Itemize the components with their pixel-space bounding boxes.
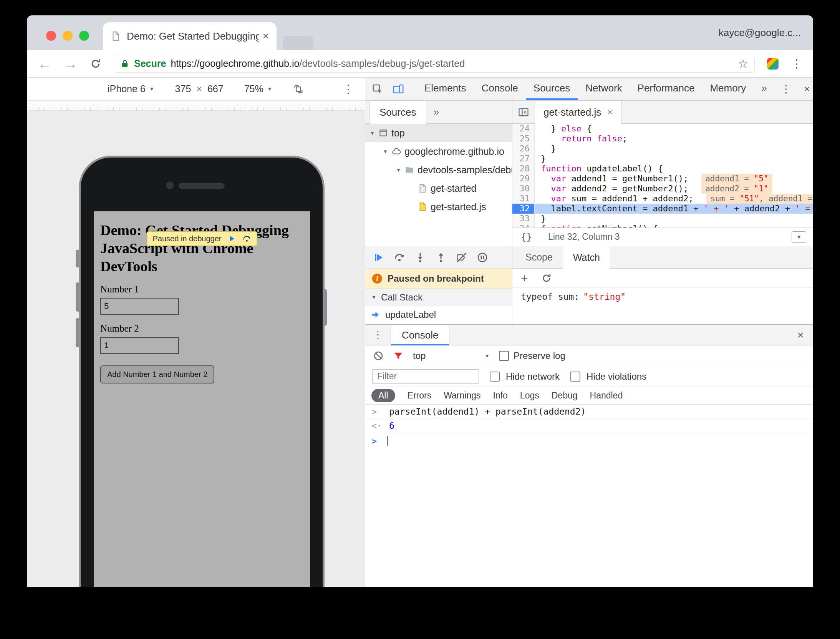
hide-navigator-icon[interactable] xyxy=(518,106,529,118)
minimize-window-button[interactable] xyxy=(63,31,73,41)
paused-on-breakpoint-banner: i Paused on breakpoint xyxy=(365,269,512,289)
line-number[interactable]: 32 xyxy=(512,204,535,214)
source-editor: get-started.js × 24 } else {25 return fa… xyxy=(512,101,813,246)
source-tree-item[interactable]: ▼googlechrome.github.io xyxy=(365,142,512,161)
line-number[interactable]: 28 xyxy=(512,164,535,174)
refresh-watch-icon[interactable] xyxy=(541,273,552,284)
watch-expression-row[interactable]: typeof sum: "string" xyxy=(512,288,813,305)
tab-close-icon[interactable]: × xyxy=(263,30,269,42)
address-bar[interactable]: Secure https://googlechrome.github.io/de… xyxy=(114,55,755,73)
console-entry-prompt[interactable]: > xyxy=(365,433,813,449)
clear-console-icon[interactable] xyxy=(373,350,384,361)
console-level-errors[interactable]: Errors xyxy=(408,390,432,401)
console-drawer: ⋮ Console × top ▼ xyxy=(365,324,813,587)
url-text[interactable]: https://googlechrome.github.io/devtools-… xyxy=(171,58,733,69)
pretty-print-icon[interactable]: {} xyxy=(521,232,532,242)
console-level-filters: AllErrorsWarningsInfoLogsDebugHandled xyxy=(365,387,813,405)
devtools-menu-icon[interactable]: ⋮ xyxy=(775,83,798,95)
reload-icon[interactable] xyxy=(90,58,101,70)
call-stack-frame[interactable]: updateLabel xyxy=(365,306,512,323)
device-select[interactable]: iPhone 6 xyxy=(108,83,146,95)
devtools-tab-network[interactable]: Network xyxy=(578,78,630,100)
rotate-viewport-icon[interactable] xyxy=(293,84,304,95)
phone-camera xyxy=(166,181,174,189)
hide-network-label: Hide network xyxy=(506,371,560,382)
extension-icon[interactable] xyxy=(767,58,779,70)
console-filter-funnel-icon[interactable] xyxy=(393,350,404,361)
hide-network-checkbox[interactable] xyxy=(490,372,500,382)
browser-tab[interactable]: Demo: Get Started Debugging × xyxy=(103,22,277,50)
console-level-handled[interactable]: Handled xyxy=(590,390,623,401)
add-watch-expression-icon[interactable]: + xyxy=(521,272,528,284)
file-tab-close-icon[interactable]: × xyxy=(607,107,613,118)
devtools-more-tabs-icon[interactable]: » xyxy=(754,78,774,100)
devtools-tab-memory[interactable]: Memory xyxy=(702,78,754,100)
line-number[interactable]: 34 xyxy=(512,224,535,227)
sources-navigator: Sources » ▼top▼googlechrome.github.io▼de… xyxy=(365,101,512,246)
step-over-icon[interactable] xyxy=(242,234,252,243)
devtools-tab-sources[interactable]: Sources xyxy=(526,78,578,100)
console-level-debug[interactable]: Debug xyxy=(552,390,578,401)
source-tree-item[interactable]: get-started xyxy=(365,179,512,198)
devtools-tab-performance[interactable]: Performance xyxy=(630,78,702,100)
preserve-log-label: Preserve log xyxy=(514,350,565,361)
tab-scope[interactable]: Scope xyxy=(515,246,563,268)
breakpoints-dock-icon[interactable]: ▾ xyxy=(792,231,806,243)
editor-file-tab[interactable]: get-started.js × xyxy=(535,101,621,124)
console-level-info[interactable]: Info xyxy=(493,390,507,401)
step-out-icon[interactable] xyxy=(435,252,447,263)
deactivate-breakpoints-icon[interactable] xyxy=(456,252,467,263)
profile-name: kayce@google.c... xyxy=(719,15,801,50)
hide-violations-checkbox[interactable] xyxy=(570,372,580,382)
viewport-height[interactable]: 667 xyxy=(207,83,224,95)
drawer-menu-icon[interactable]: ⋮ xyxy=(365,329,391,341)
tab-console[interactable]: Console xyxy=(391,325,449,345)
line-number[interactable]: 25 xyxy=(512,134,535,144)
line-number[interactable]: 30 xyxy=(512,184,535,194)
line-number[interactable]: 24 xyxy=(512,124,535,134)
line-number[interactable]: 31 xyxy=(512,194,535,204)
back-icon[interactable]: ← xyxy=(38,57,51,71)
console-level-logs[interactable]: Logs xyxy=(520,390,539,401)
tab-watch[interactable]: Watch xyxy=(563,246,610,269)
pause-on-exceptions-icon[interactable] xyxy=(477,252,488,263)
line-number[interactable]: 27 xyxy=(512,154,535,164)
execution-context-select[interactable]: top ▼ xyxy=(413,350,490,361)
browser-menu-icon[interactable]: ⋮ xyxy=(791,57,802,70)
devtools-close-icon[interactable]: × xyxy=(798,83,813,95)
inspect-element-icon[interactable] xyxy=(371,83,384,95)
drawer-close-icon[interactable]: × xyxy=(797,329,813,342)
preserve-log-checkbox[interactable] xyxy=(499,351,509,361)
code-editor[interactable]: 24 } else {25 return false;26 }27}28func… xyxy=(512,124,813,227)
console-level-all[interactable]: All xyxy=(371,389,395,402)
close-window-button[interactable] xyxy=(46,31,56,41)
line-number[interactable]: 29 xyxy=(512,174,535,184)
viewport-width[interactable]: 375 xyxy=(175,83,191,95)
line-number[interactable]: 26 xyxy=(512,144,535,154)
bookmark-star-icon[interactable]: ☆ xyxy=(738,57,748,70)
forward-icon[interactable]: → xyxy=(64,57,78,71)
device-toolbar-menu-icon[interactable]: ⋮ xyxy=(343,82,354,96)
devtools-tab-elements[interactable]: Elements xyxy=(417,78,474,100)
tab-sources-files[interactable]: Sources xyxy=(369,101,426,124)
line-number[interactable]: 33 xyxy=(512,214,535,224)
disclosure-triangle-icon[interactable]: ▼ xyxy=(383,149,391,154)
console-filter-input[interactable] xyxy=(372,369,479,384)
fullscreen-window-button[interactable] xyxy=(79,31,89,41)
source-tree-item[interactable]: ▼devtools-samples/debu xyxy=(365,161,512,179)
navigator-more-tabs-icon[interactable]: » xyxy=(426,101,446,123)
source-tree-item[interactable]: get-started.js xyxy=(365,198,512,216)
resume-icon[interactable] xyxy=(373,252,384,263)
disclosure-triangle-icon[interactable]: ▼ xyxy=(370,130,378,136)
source-tree-item[interactable]: ▼top xyxy=(365,124,512,142)
disclosure-triangle-icon[interactable]: ▼ xyxy=(396,167,404,173)
call-stack-section-header[interactable]: ▼ Call Stack xyxy=(365,289,512,306)
resume-script-icon[interactable] xyxy=(228,234,236,243)
new-tab-button[interactable] xyxy=(283,36,313,50)
step-over-icon[interactable] xyxy=(394,252,405,263)
zoom-select[interactable]: 75% xyxy=(244,83,263,95)
step-into-icon[interactable] xyxy=(414,252,426,263)
devtools-tab-console[interactable]: Console xyxy=(474,78,525,100)
console-level-warnings[interactable]: Warnings xyxy=(444,390,480,401)
device-toolbar-toggle-icon[interactable] xyxy=(392,83,404,95)
